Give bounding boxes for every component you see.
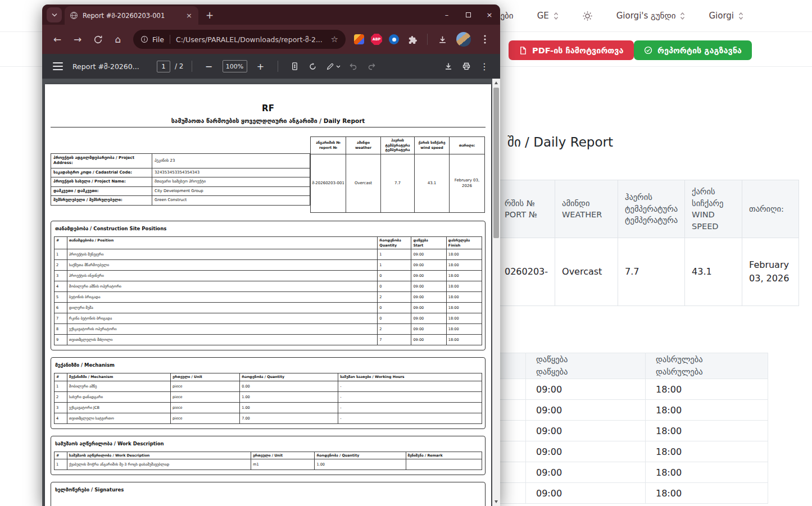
tab-close-button[interactable]: × — [185, 11, 193, 20]
pdf-document-title: Report #მ-20260... — [72, 62, 139, 71]
table-header-row: #სამუშაოს აღწერილობა / Work Descriptionე… — [55, 452, 482, 459]
team-selector[interactable]: Giorgi's გუნდი — [616, 11, 686, 21]
zoom-in-button[interactable]: + — [252, 57, 270, 75]
profile-avatar[interactable] — [456, 32, 471, 47]
sidebar-menu-button[interactable] — [49, 57, 67, 75]
table-row: 2 საქმეთა მწარმოებელი 1 09:00 18:00 — [55, 260, 482, 271]
close-window-button[interactable]: × — [479, 4, 500, 25]
fit-page-icon — [291, 62, 299, 71]
print-button[interactable] — [457, 57, 475, 75]
cell-finish: 18:00 — [446, 271, 482, 281]
report-logo-text: RF — [45, 103, 491, 113]
cell-weather: Overcast — [555, 238, 618, 306]
extensions-menu-button[interactable] — [403, 30, 422, 49]
undo-button[interactable] — [344, 57, 362, 75]
three-dots-icon — [484, 35, 486, 44]
table-row: 09:00 18:00 — [462, 441, 768, 462]
table-row: 09:00 18:00 — [462, 400, 768, 421]
column-header: თანამდებობა / Position — [67, 237, 378, 249]
cell-quantity: 0 — [378, 313, 411, 324]
browser-menu-button[interactable] — [475, 30, 495, 49]
send-report-label: რეპორტის გაგზავნა — [657, 46, 742, 55]
blue-extension-icon[interactable] — [389, 34, 399, 44]
cell-start-time: 09:00 — [526, 421, 646, 441]
pdf-scrollbar[interactable] — [492, 79, 500, 506]
cell-index: 3 — [55, 271, 67, 281]
download-pdf-button[interactable]: PDF-ის ჩამოტვირთვა — [509, 40, 634, 60]
table-header-row: ანგარიშის № report №ამინდი weatherჰაერის… — [311, 137, 485, 154]
table-row: 8 ექსკავატორის ოპერატორი 2 09:00 18:00 — [55, 324, 482, 335]
new-tab-button[interactable]: + — [202, 7, 217, 23]
cell-index: 2 — [55, 260, 67, 271]
cell-finish: 18:00 — [446, 303, 482, 313]
toolbar-divider — [192, 61, 192, 72]
pdf-more-menu-button[interactable]: ⋮ — [475, 57, 493, 75]
cell-remark — [406, 459, 482, 470]
language-selector[interactable]: GE — [537, 11, 559, 21]
table-row: 2 სახური დანადგარი piece 1.00 - — [55, 391, 482, 402]
table-header-row: #მექანიზმი / Mechanismერთეული / Unitრაოდ… — [55, 373, 482, 381]
table-row: 3 ექსკავატორი JCB piece 1.00 - — [55, 402, 482, 413]
check-circle-icon — [644, 46, 652, 54]
bookmark-star-icon[interactable]: ☆ — [331, 34, 338, 44]
maximize-button[interactable] — [457, 4, 479, 25]
scrollbar-thumb[interactable] — [493, 88, 499, 238]
user-selector[interactable]: Giorgi — [709, 11, 743, 21]
minimize-button[interactable]: – — [436, 4, 457, 25]
table-row: 6 დილერი მუშა 0 09:00 18:00 — [55, 303, 482, 313]
section-title: ხელმოწერები / Signatures — [55, 487, 482, 493]
annotate-pen-button[interactable] — [322, 57, 344, 75]
zoom-out-button[interactable]: − — [200, 57, 218, 75]
adblock-extension-icon[interactable]: ABP — [371, 34, 382, 45]
info-row: პროექტის სახელი / Project Name: მთავარი … — [51, 177, 310, 186]
info-icon[interactable] — [140, 35, 148, 43]
reload-button[interactable] — [88, 30, 107, 49]
cell-unit: piece — [170, 381, 239, 391]
extension-icon[interactable] — [354, 34, 364, 44]
back-button[interactable]: ← — [48, 30, 67, 49]
column-header: ამინდი WEATHER — [555, 180, 618, 238]
home-button[interactable]: ⌂ — [108, 30, 128, 49]
url-text[interactable]: C:/Users/PARALEL/Downloads/report-მ-2... — [176, 35, 323, 44]
rotate-button[interactable] — [304, 57, 322, 75]
cell-quantity: 1.00 — [240, 402, 338, 413]
cell-unit: m1 — [251, 459, 315, 470]
column-header: # — [55, 373, 67, 381]
zoom-level-input[interactable]: 100% — [223, 60, 247, 72]
page-number-input[interactable] — [157, 61, 170, 72]
cell-finish: 18:00 — [446, 281, 482, 292]
cell-unit: piece — [170, 413, 239, 423]
table-row: 1 პროექტის მენეჯერი 1 09:00 18:00 — [55, 249, 482, 260]
table-row: 7 რკინა ბეტონის ბრიგადა 0 09:00 18:00 — [55, 313, 482, 324]
cell-finish: 18:00 — [446, 313, 482, 324]
cell-index: 1 — [55, 459, 67, 470]
cell-position: საქმეთა მწარმოებელი — [67, 260, 378, 271]
address-bar[interactable]: File C:/Users/PARALEL/Downloads/report-მ… — [133, 30, 346, 49]
cell-index: 1 — [55, 381, 67, 391]
puzzle-icon — [408, 35, 418, 44]
column-header: ერთეული / Unit — [170, 373, 239, 381]
browser-tab[interactable]: Report #მ-20260203-001 × — [65, 6, 198, 25]
cell-position: დილერი მუშა — [67, 303, 378, 313]
cell-description: ქვაბულის მოჭრა ანგარიშის მე-3 როცხ დასამ… — [67, 459, 251, 470]
theme-toggle-button[interactable] — [582, 11, 593, 21]
cell-finish-time: 18:00 — [646, 379, 768, 400]
redo-button[interactable] — [362, 57, 380, 75]
download-pdf-toolbar-button[interactable] — [439, 57, 457, 75]
positions-times-table: დაწყება დაწყება დასრულება დასრულება 09:0… — [462, 353, 768, 504]
scroll-up-button[interactable] — [492, 79, 500, 87]
down-arrow-icon — [495, 500, 498, 503]
tab-search-button[interactable] — [47, 7, 62, 22]
mechanisms-section: მექანიზმი / Mechanism #მექანიზმი / Mecha… — [51, 357, 486, 429]
cell-quantity: 0 — [378, 281, 411, 292]
forward-button[interactable]: → — [68, 30, 87, 49]
report-subtitle: სამუშაოთა წარმოების ყოველდღიური ანგარიში… — [45, 117, 491, 124]
scroll-down-button[interactable] — [492, 498, 500, 506]
send-report-button[interactable]: რეპორტის გაგზავნა — [634, 40, 752, 60]
screen: { "app": { "topbar": { "nav_item": "რტებ… — [0, 0, 812, 506]
downloads-button[interactable] — [433, 30, 452, 49]
pdf-page: RF სამუშაოთა წარმოების ყოველდღიური ანგარ… — [45, 84, 491, 506]
section-title: თანამდებობა / Construction Site Position… — [55, 226, 482, 231]
cell-start: 09:00 — [411, 335, 446, 345]
fit-page-button[interactable] — [286, 57, 304, 75]
